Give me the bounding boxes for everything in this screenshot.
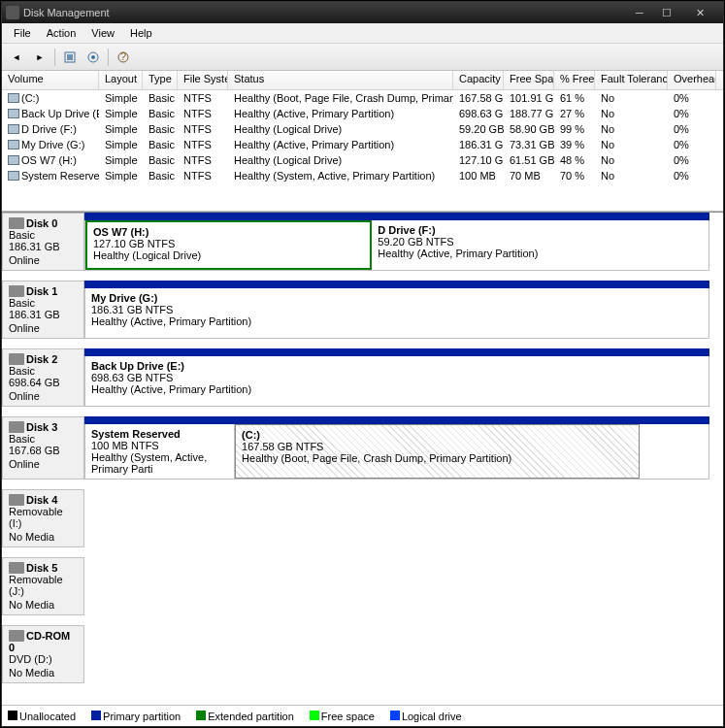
volume-row[interactable]: D Drive (F:)SimpleBasicNTFSHealthy (Logi… <box>2 121 723 137</box>
col-volume[interactable]: Volume <box>2 71 99 89</box>
disk-icon <box>9 421 24 433</box>
disk-info[interactable]: Disk 1Basic186.31 GBOnline <box>2 281 84 339</box>
drive-icon <box>8 124 19 134</box>
svg-point-3 <box>91 55 95 59</box>
disk-partitions: Back Up Drive (E:)698.63 GB NTFSHealthy … <box>84 348 709 407</box>
volume-row[interactable]: Back Up Drive (E:)SimpleBasicNTFSHealthy… <box>2 106 723 121</box>
maximize-button[interactable]: ☐ <box>653 4 680 21</box>
legend-logical: Logical drive <box>402 711 462 722</box>
col-pct[interactable]: % Free <box>554 71 595 89</box>
disk-icon <box>9 217 24 229</box>
disk-info[interactable]: Disk 0Basic186.31 GBOnline <box>2 213 84 271</box>
legend: Unallocated Primary partition Extended p… <box>2 705 723 726</box>
volume-row[interactable]: My Drive (G:)SimpleBasicNTFSHealthy (Act… <box>2 137 723 152</box>
partition[interactable]: My Drive (G:)186.31 GB NTFSHealthy (Acti… <box>85 288 709 338</box>
disk-info[interactable]: Disk 4Removable (I:)No Media <box>2 489 84 547</box>
disk-info[interactable]: Disk 3Basic167.68 GBOnline <box>2 416 84 480</box>
legend-unallocated: Unallocated <box>19 711 76 722</box>
forward-button[interactable]: ► <box>29 47 50 68</box>
partition[interactable]: D Drive (F:)59.20 GB NTFSHealthy (Active… <box>372 220 634 270</box>
window: Disk Management ─ ☐ ✕ File Action View H… <box>1 1 724 727</box>
disk-info[interactable]: CD-ROM 0DVD (D:)No Media <box>2 625 84 683</box>
legend-extended: Extended partition <box>208 711 294 722</box>
partition[interactable]: System Reserved100 MB NTFSHealthy (Syste… <box>85 424 235 479</box>
disk-row: Disk 3Basic167.68 GBOnlineSystem Reserve… <box>2 416 723 489</box>
menu-view[interactable]: View <box>83 25 122 41</box>
close-button[interactable]: ✕ <box>680 4 719 21</box>
disk-info[interactable]: Disk 5Removable (J:)No Media <box>2 557 84 615</box>
legend-free: Free space <box>321 711 375 722</box>
disk-row: CD-ROM 0DVD (D:)No Media <box>2 625 723 693</box>
disk-icon <box>9 562 24 574</box>
col-status[interactable]: Status <box>228 71 453 89</box>
help-button[interactable]: ? <box>113 47 134 68</box>
titlebar[interactable]: Disk Management ─ ☐ ✕ <box>2 2 723 23</box>
partition[interactable]: OS W7 (H:)127.10 GB NTFSHealthy (Logical… <box>85 220 372 270</box>
disk-icon <box>9 630 24 642</box>
col-capacity[interactable]: Capacity <box>453 71 504 89</box>
disk-partitions <box>84 625 709 683</box>
disk-row: Disk 5Removable (J:)No Media <box>2 557 723 625</box>
disk-partitions <box>84 557 709 615</box>
minimize-button[interactable]: ─ <box>626 4 653 21</box>
legend-primary: Primary partition <box>103 711 181 722</box>
refresh-button[interactable] <box>59 47 81 68</box>
drive-icon <box>8 93 19 103</box>
volume-list: Volume Layout Type File System Status Ca… <box>2 71 723 212</box>
volume-row[interactable]: OS W7 (H:)SimpleBasicNTFSHealthy (Logica… <box>2 152 723 168</box>
disk-partitions: System Reserved100 MB NTFSHealthy (Syste… <box>84 416 709 480</box>
drive-icon <box>8 109 19 118</box>
toolbar: ◄ ► ? <box>2 44 723 71</box>
disk-row: Disk 1Basic186.31 GBOnlineMy Drive (G:)1… <box>2 281 723 348</box>
col-type[interactable]: Type <box>143 71 178 89</box>
col-ft[interactable]: Fault Tolerance <box>595 71 668 89</box>
settings-button[interactable] <box>82 47 104 68</box>
disk-row: Disk 2Basic698.64 GBOnlineBack Up Drive … <box>2 348 723 416</box>
back-button[interactable]: ◄ <box>6 47 27 68</box>
disk-info[interactable]: Disk 2Basic698.64 GBOnline <box>2 348 84 407</box>
disk-row: Disk 0Basic186.31 GBOnlineOS W7 (H:)127.… <box>2 213 723 281</box>
app-icon <box>6 6 19 19</box>
disk-icon <box>9 353 24 365</box>
volume-row[interactable]: (C:)SimpleBasicNTFSHealthy (Boot, Page F… <box>2 90 723 106</box>
partition[interactable]: Back Up Drive (E:)698.63 GB NTFSHealthy … <box>85 356 709 406</box>
svg-rect-1 <box>67 54 73 60</box>
drive-icon <box>8 140 19 149</box>
col-free[interactable]: Free Space <box>504 71 554 89</box>
menubar: File Action View Help <box>2 23 723 44</box>
menu-help[interactable]: Help <box>122 25 160 41</box>
drive-icon <box>8 155 19 165</box>
volume-row[interactable]: System ReservedSimpleBasicNTFSHealthy (S… <box>2 168 723 183</box>
graphical-view[interactable]: Disk 0Basic186.31 GBOnlineOS W7 (H:)127.… <box>2 212 723 705</box>
drive-icon <box>8 171 19 181</box>
col-fs[interactable]: File System <box>178 71 228 89</box>
menu-action[interactable]: Action <box>39 25 84 41</box>
disk-icon <box>9 285 24 297</box>
window-title: Disk Management <box>23 7 626 18</box>
col-layout[interactable]: Layout <box>99 71 143 89</box>
disk-icon <box>9 494 24 506</box>
col-overhead[interactable]: Overhead <box>668 71 716 89</box>
disk-partitions <box>84 489 709 547</box>
disk-row: Disk 4Removable (I:)No Media <box>2 489 723 557</box>
svg-text:?: ? <box>120 50 126 62</box>
menu-file[interactable]: File <box>6 25 39 41</box>
content: Volume Layout Type File System Status Ca… <box>2 71 723 726</box>
partition[interactable]: (C:)167.58 GB NTFSHealthy (Boot, Page Fi… <box>235 424 640 479</box>
disk-partitions: OS W7 (H:)127.10 GB NTFSHealthy (Logical… <box>84 213 709 271</box>
column-headers: Volume Layout Type File System Status Ca… <box>2 71 723 90</box>
disk-partitions: My Drive (G:)186.31 GB NTFSHealthy (Acti… <box>84 281 709 339</box>
